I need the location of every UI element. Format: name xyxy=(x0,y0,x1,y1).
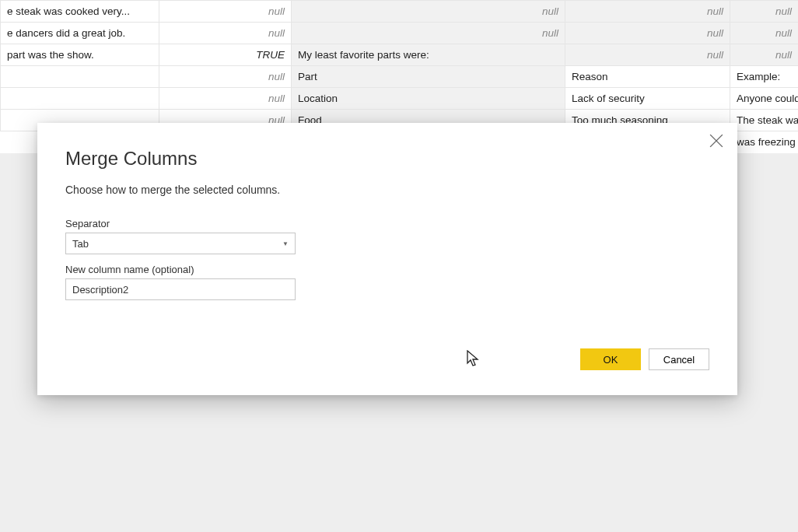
cell[interactable]: null xyxy=(159,23,292,44)
cell[interactable] xyxy=(1,88,159,110)
dialog-subtitle: Choose how to merge the selected columns… xyxy=(65,184,709,196)
cell[interactable]: null xyxy=(565,44,730,66)
close-button[interactable] xyxy=(709,134,723,148)
separator-value: Tab xyxy=(72,238,89,250)
cell[interactable]: null xyxy=(730,44,799,66)
cell[interactable]: The steak wa xyxy=(730,110,799,131)
cell[interactable]: null xyxy=(159,66,292,88)
cell[interactable]: TRUE xyxy=(159,44,292,66)
table-row[interactable]: e steak was cooked very... null null nul… xyxy=(1,1,799,23)
cell[interactable]: null xyxy=(730,1,799,23)
cell[interactable] xyxy=(1,66,159,88)
cell[interactable]: Example: xyxy=(730,66,799,88)
cell[interactable]: e dancers did a great job. xyxy=(1,23,159,44)
cell[interactable]: Part xyxy=(292,66,565,88)
cell[interactable]: part was the show. xyxy=(1,44,159,66)
table-row[interactable]: part was the show. TRUE My least favorit… xyxy=(1,44,799,66)
dialog-title: Merge Columns xyxy=(65,148,709,170)
merge-columns-dialog: Merge Columns Choose how to merge the se… xyxy=(37,123,737,395)
separator-select[interactable]: Tab ▼ xyxy=(65,233,296,254)
cell[interactable]: Lack of security xyxy=(565,88,730,110)
cell[interactable]: null xyxy=(292,1,565,23)
close-icon xyxy=(709,134,723,148)
cell[interactable]: null xyxy=(159,88,292,110)
cell[interactable]: Location xyxy=(292,88,565,110)
table-row[interactable]: e dancers did a great job. null null nul… xyxy=(1,23,799,44)
cell[interactable]: Anyone could xyxy=(730,88,799,110)
cell[interactable]: was freezing xyxy=(730,131,799,153)
cell[interactable]: null xyxy=(565,1,730,23)
cell[interactable]: e steak was cooked very... xyxy=(1,1,159,23)
cell[interactable]: My least favorite parts were: xyxy=(292,44,565,66)
cell[interactable]: Reason xyxy=(565,66,730,88)
cell[interactable]: null xyxy=(730,23,799,44)
separator-label: Separator xyxy=(65,218,709,229)
chevron-down-icon: ▼ xyxy=(282,240,289,247)
new-column-name-label: New column name (optional) xyxy=(65,264,709,275)
table-row[interactable]: null Part Reason Example: xyxy=(1,66,799,88)
table-row[interactable]: null Location Lack of security Anyone co… xyxy=(1,88,799,110)
cancel-button[interactable]: Cancel xyxy=(649,348,709,370)
cell[interactable]: null xyxy=(565,23,730,44)
ok-button[interactable]: OK xyxy=(580,348,641,370)
cell[interactable]: null xyxy=(292,23,565,44)
new-column-name-input[interactable] xyxy=(65,278,296,300)
cell[interactable]: null xyxy=(159,1,292,23)
